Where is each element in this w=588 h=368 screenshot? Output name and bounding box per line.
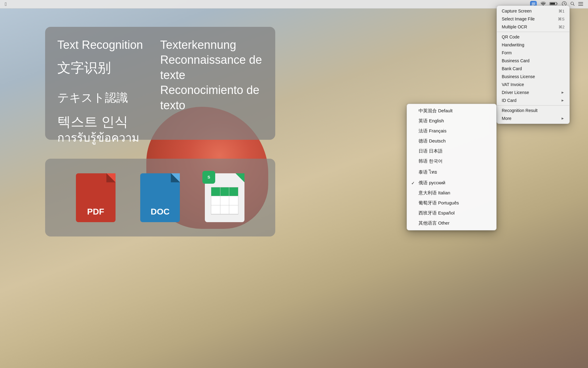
lang-label: 韩语 한국어 (419, 158, 443, 164)
svg-rect-11 (578, 2, 583, 3)
menu-item-business-card[interactable]: Business Card (497, 57, 569, 65)
menu-item-label: Select Image File (502, 16, 535, 21)
lang-label: 泰语 ไทย (419, 168, 437, 176)
lang-item-spanish[interactable]: 西班牙语 Español (407, 208, 496, 218)
menu-item-capture-screen[interactable]: Capture Screen ⌘1 (497, 7, 569, 15)
xls-cell (211, 187, 220, 196)
lang-item-french[interactable]: 法语 Français (407, 126, 496, 136)
menu-item-qr-code[interactable]: QR Code (497, 33, 569, 41)
xls-badge: S (202, 171, 215, 184)
text-recognition-zh: 文字识别 (57, 59, 160, 76)
lang-item-russian[interactable]: 俄语 русский (407, 178, 496, 188)
svg-rect-12 (578, 4, 583, 4)
xls-cell (211, 196, 220, 205)
lang-item-korean[interactable]: 韩语 한국어 (407, 156, 496, 166)
lang-label: 意大利语 Italian (419, 190, 450, 196)
text-recognition-es: Reconocimiento de texto (160, 83, 263, 113)
text-recognition-fr: Reconnaissance de texte (160, 52, 263, 83)
doc-file-icon[interactable]: DOC (136, 170, 184, 225)
text-recognition-ja: テキスト認識 (57, 90, 160, 105)
xls-grid (211, 187, 238, 215)
xls-icon-shape: S (205, 173, 244, 222)
menu-item-more[interactable]: More ► (497, 114, 569, 122)
menu-shortcut: ⌘2 (558, 25, 565, 29)
menu-item-handwriting[interactable]: Handwriting (497, 41, 569, 49)
menu-item-label: Handwriting (502, 42, 524, 47)
text-recognition-th: การรับรู้ข้อความ (57, 130, 160, 145)
text-recognition-en: Text Recognition (57, 38, 160, 52)
formats-card: PDF DOC S (45, 159, 275, 236)
lang-item-japanese[interactable]: 日语 日本語 (407, 146, 496, 156)
menu-item-label: Form (502, 50, 512, 55)
lang-item-italian[interactable]: 意大利语 Italian (407, 188, 496, 198)
menu-separator-2 (497, 105, 569, 106)
xls-cell (211, 205, 220, 214)
menu-item-business-license[interactable]: Business License (497, 73, 569, 81)
xls-file-icon[interactable]: S (200, 170, 249, 225)
menu-item-form[interactable]: Form (497, 49, 569, 57)
recognition-card: Text Recognition Texterkennung 文字识别 Reco… (45, 27, 275, 140)
menu-item-label: ID Card (502, 98, 516, 103)
search-topbar-icon[interactable] (570, 2, 575, 7)
lang-item-default[interactable]: 中英混合 Default (407, 106, 496, 116)
svg-rect-1 (532, 4, 535, 5)
lang-item-other[interactable]: 其他语言 Other (407, 218, 496, 228)
submenu-arrow-icon: ► (561, 98, 565, 103)
context-menu: Capture Screen ⌘1 Select Image File ⌘S M… (497, 5, 570, 124)
lang-label: 中英混合 Default (419, 108, 453, 114)
xls-cell (220, 196, 229, 205)
lang-label: 法语 Français (419, 128, 447, 134)
list-topbar-icon[interactable] (578, 2, 583, 7)
submenu-arrow-icon: ► (561, 116, 565, 121)
menu-item-label: Capture Screen (502, 9, 532, 13)
menu-item-vat-invoice[interactable]: VAT Invoice (497, 81, 569, 88)
lang-item-german[interactable]: 德语 Deutsch (407, 136, 496, 146)
svg-rect-13 (578, 5, 583, 6)
xls-cell (229, 196, 238, 205)
pdf-label: PDF (87, 207, 104, 217)
lang-label: 俄语 русский (419, 180, 445, 186)
svg-rect-5 (550, 3, 555, 5)
text-recognition-de: Texterkennung (160, 38, 263, 52)
language-submenu: 中英混合 Default 英语 English 法语 Français 德语 D… (407, 104, 497, 230)
menu-item-driver-license[interactable]: Driver License ► (497, 88, 569, 96)
menu-shortcut: ⌘S (558, 17, 565, 21)
xls-cell (220, 205, 229, 214)
menu-item-label: VAT Invoice (502, 82, 524, 87)
menu-item-id-card[interactable]: ID Card ► (497, 96, 569, 104)
menu-item-label: Driver License (502, 90, 529, 95)
menu-item-label: QR Code (502, 34, 519, 39)
lang-label: 英语 English (419, 118, 444, 124)
xls-cell (229, 187, 238, 196)
topbar-left:  (5, 2, 7, 7)
submenu-arrow-icon: ► (561, 90, 565, 95)
pdf-file-icon[interactable]: PDF (71, 170, 120, 225)
lang-label: 其他语言 Other (419, 220, 450, 226)
lang-item-portuguese[interactable]: 葡萄牙语 Português (407, 198, 496, 208)
menu-item-recognition-result[interactable]: Recognition Result (497, 106, 569, 114)
menu-item-label: Business Card (502, 58, 529, 63)
svg-line-10 (573, 5, 575, 6)
menu-separator (497, 32, 569, 32)
doc-icon-shape: DOC (140, 173, 180, 222)
svg-line-8 (564, 4, 565, 4)
xls-cell (220, 187, 229, 196)
pdf-icon-shape: PDF (76, 173, 116, 222)
text-recognition-ko: 텍스트 인식 (57, 113, 160, 130)
lang-label: 德语 Deutsch (419, 138, 446, 144)
menu-item-label: More (502, 116, 511, 121)
svg-rect-0 (532, 3, 535, 3)
menu-item-select-image[interactable]: Select Image File ⌘S (497, 15, 569, 23)
lang-item-english[interactable]: 英语 English (407, 116, 496, 126)
menu-item-bank-card[interactable]: Bank Card (497, 65, 569, 73)
doc-label: DOC (151, 207, 169, 217)
lang-label: 日语 日本語 (419, 148, 443, 154)
lang-item-thai[interactable]: 泰语 ไทย (407, 166, 496, 178)
menu-item-label: Business License (502, 74, 535, 79)
menu-item-multiple-ocr[interactable]: Multiple OCR ⌘2 (497, 23, 569, 31)
menu-item-label: Multiple OCR (502, 24, 527, 29)
apple-logo-icon[interactable]:  (5, 2, 7, 7)
lang-label: 西班牙语 Español (419, 210, 454, 216)
menu-shortcut: ⌘1 (558, 9, 565, 13)
svg-rect-4 (557, 3, 558, 5)
